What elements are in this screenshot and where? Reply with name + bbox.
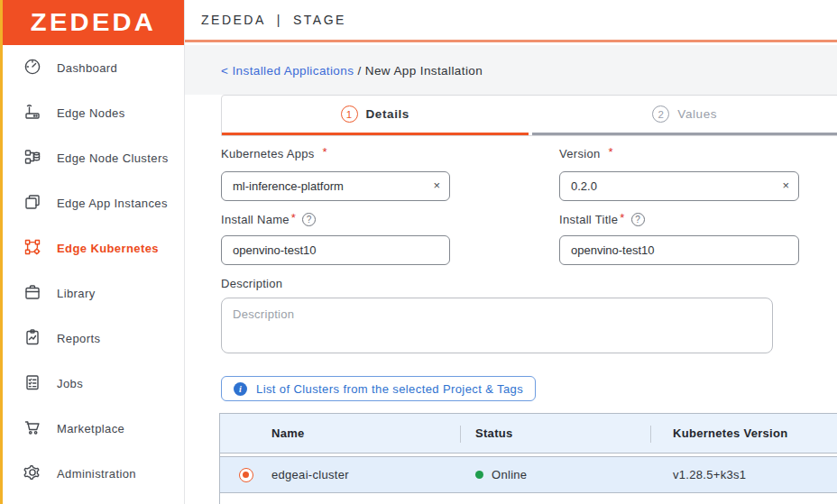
cluster-icon xyxy=(23,148,41,169)
sidebar-item-label: Dashboard xyxy=(57,61,117,75)
sidebar-item-label: Marketplace xyxy=(57,422,124,435)
install-name-field-wrap xyxy=(221,235,450,265)
info-icon: i xyxy=(234,382,247,396)
version-label: Version* xyxy=(559,147,613,160)
clusters-table: Name Status Kubernetes Version edgeai-cl… xyxy=(219,413,837,504)
clear-kubernetes-apps-icon[interactable]: × xyxy=(433,179,440,191)
header-app-name: ZEDEDA xyxy=(201,13,266,27)
sidebar-item-edge-kubernetes[interactable]: Edge Kubernetes xyxy=(3,225,184,270)
library-icon xyxy=(23,283,41,304)
breadcrumb-current: New App Installation xyxy=(365,64,483,78)
zededa-logo[interactable]: ZEDEDA xyxy=(3,0,184,45)
wizard-tabstrip: 1 Details 2 Values xyxy=(221,95,837,136)
sidebar-item-label: Edge Node Clusters xyxy=(57,151,169,165)
install-name-input[interactable] xyxy=(221,235,450,265)
breadcrumb-back-link[interactable]: < Installed Applications xyxy=(221,64,354,78)
sidebar-item-label: Edge Nodes xyxy=(57,106,125,120)
sidebar-item-edge-node-clusters[interactable]: Edge Node Clusters xyxy=(3,135,184,180)
row-radio-cell xyxy=(220,468,271,482)
marketplace-cart-icon xyxy=(23,418,41,439)
tab-values-step-number: 2 xyxy=(652,105,669,123)
tab-values[interactable]: 2 Values xyxy=(532,96,837,135)
zededa-app-window: ZEDEDA Dashboard Edge Nodes Edge Node Cl… xyxy=(0,0,837,504)
sidebar-item-label: Reports xyxy=(57,332,100,345)
left-edge-stripe xyxy=(0,0,3,504)
version-label-text: Version xyxy=(559,147,600,160)
required-asterisk: * xyxy=(291,211,296,225)
cluster-info-banner: i List of Clusters from the selected Pro… xyxy=(221,376,536,401)
install-name-help-icon[interactable]: ? xyxy=(302,213,316,226)
kubernetes-version-text: v1.28.5+k3s1 xyxy=(673,468,746,481)
radio-dot xyxy=(243,472,249,478)
breadcrumb-separator: / xyxy=(354,64,364,78)
sidebar-item-label: Library xyxy=(57,287,96,300)
name-column-header: Name xyxy=(271,414,461,453)
description-label-text: Description xyxy=(221,277,282,290)
kubernetes-apps-label: Kubernetes Apps* xyxy=(221,147,327,160)
kubernetes-version-column-header: Kubernetes Version xyxy=(651,414,837,453)
tab-details-label: Details xyxy=(366,107,409,121)
kubernetes-icon xyxy=(23,238,41,259)
status-column-header: Status xyxy=(461,414,651,453)
required-asterisk: * xyxy=(608,145,612,159)
breadcrumb: < Installed Applications / New App Insta… xyxy=(221,64,483,78)
install-title-field-wrap xyxy=(559,235,799,265)
app-instances-icon xyxy=(23,193,41,214)
required-asterisk: * xyxy=(620,211,624,225)
cluster-info-banner-text: List of Clusters from the selected Proje… xyxy=(256,382,523,396)
install-title-input[interactable] xyxy=(559,235,799,265)
version-input[interactable] xyxy=(559,171,799,201)
install-title-label: Install Title* ? xyxy=(559,213,645,226)
clusters-table-header: Name Status Kubernetes Version xyxy=(220,414,837,454)
description-textarea[interactable] xyxy=(221,298,773,353)
cluster-name: edgeai-cluster xyxy=(271,468,349,481)
cluster-radio-selected[interactable] xyxy=(239,468,253,482)
version-field-wrap: × xyxy=(559,171,799,201)
sidebar-item-edge-nodes[interactable]: Edge Nodes xyxy=(3,90,184,135)
install-title-help-icon[interactable]: ? xyxy=(631,213,645,226)
header-separator: | xyxy=(277,13,282,27)
install-name-label: Install Name* ? xyxy=(221,213,316,226)
description-label: Description xyxy=(221,277,282,290)
header-environment-name: STAGE xyxy=(293,13,346,27)
sidebar-item-label: Edge Kubernetes xyxy=(57,242,159,255)
top-header-bar: ZEDEDA | STAGE xyxy=(185,0,837,42)
table-row-edgeai-cluster[interactable]: edgeai-cluster Online v1.28.5+k3s1 xyxy=(220,456,837,493)
required-asterisk: * xyxy=(323,145,327,159)
row-kubernetes-version-cell: v1.28.5+k3s1 xyxy=(651,457,837,492)
sidebar-item-library[interactable]: Library xyxy=(3,270,184,316)
sidebar-item-edge-app-instances[interactable]: Edge App Instances xyxy=(3,180,184,225)
install-name-label-text: Install Name* xyxy=(221,213,296,226)
sidebar-item-reports[interactable]: Reports xyxy=(3,316,184,361)
status-text: Online xyxy=(492,468,527,481)
row-status-cell: Online xyxy=(461,457,651,492)
settings-gear-icon xyxy=(23,463,41,484)
edge-node-icon xyxy=(23,103,41,124)
sidebar-item-label: Administration xyxy=(57,467,136,481)
tab-values-label: Values xyxy=(677,107,717,121)
reports-icon xyxy=(23,328,41,349)
install-title-label-text: Install Title* xyxy=(559,213,625,226)
kubernetes-apps-label-text: Kubernetes Apps xyxy=(221,147,315,160)
row-name-cell: edgeai-cluster xyxy=(271,457,461,492)
kubernetes-apps-field-wrap: × xyxy=(221,171,450,201)
sidebar-item-dashboard[interactable]: Dashboard xyxy=(3,45,184,90)
kubernetes-apps-input[interactable] xyxy=(221,171,450,201)
dashboard-gauge-icon xyxy=(23,58,41,78)
sidebar-item-administration[interactable]: Administration xyxy=(3,451,184,496)
sidebar-item-jobs[interactable]: Jobs xyxy=(3,361,184,406)
status-badge: Online xyxy=(475,468,527,481)
tab-details-step-number: 1 xyxy=(341,105,358,123)
zededa-logo-text: ZEDEDA xyxy=(31,8,156,38)
sidebar-item-marketplace[interactable]: Marketplace xyxy=(3,406,184,451)
sidebar-item-label: Jobs xyxy=(57,377,83,390)
online-status-dot-icon xyxy=(475,471,483,479)
sidebar-item-label: Edge App Instances xyxy=(57,197,168,210)
sidebar: ZEDEDA Dashboard Edge Nodes Edge Node Cl… xyxy=(3,0,185,504)
clear-version-icon[interactable]: × xyxy=(782,179,789,191)
jobs-icon xyxy=(23,373,41,394)
tab-details[interactable]: 1 Details xyxy=(222,96,529,135)
main-content: < Installed Applications / New App Insta… xyxy=(185,45,837,504)
